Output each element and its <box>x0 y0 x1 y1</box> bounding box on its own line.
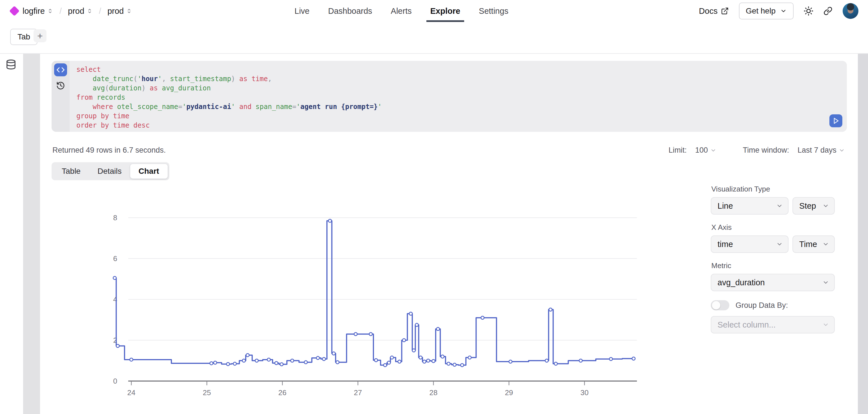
docs-label: Docs <box>699 6 717 16</box>
query-history-button[interactable] <box>56 81 65 90</box>
history-icon <box>56 81 65 90</box>
chevron-down-icon <box>776 241 783 248</box>
visualization-panel: Visualization Type Line Step X Axis time… <box>711 185 835 333</box>
right-scroll-gutter[interactable] <box>858 54 868 414</box>
tab-details[interactable]: Details <box>89 164 130 179</box>
line-mode-dropdown[interactable]: Step <box>793 197 835 215</box>
limit-value: 100 <box>695 146 708 155</box>
user-avatar[interactable] <box>843 3 859 19</box>
group-data-by-label: Group Data By: <box>736 301 788 310</box>
chevron-down-icon <box>823 279 829 286</box>
format-query-button[interactable] <box>54 63 67 76</box>
series-line <box>115 221 633 365</box>
sun-icon <box>804 6 813 16</box>
logfire-explore-page: logfire / prod / prod Live Dashboards Al… <box>0 0 868 414</box>
unfold-icon <box>47 8 53 14</box>
chevron-down-icon <box>823 202 829 209</box>
get-help-label: Get help <box>746 6 776 15</box>
logfire-logo-icon <box>9 6 20 16</box>
svg-text:29: 29 <box>505 388 513 397</box>
svg-text:8: 8 <box>113 214 117 222</box>
svg-text:26: 26 <box>278 388 287 397</box>
limit-dropdown[interactable]: 100 <box>695 146 716 155</box>
chevron-down-icon <box>823 321 829 328</box>
nav-item-dashboards[interactable]: Dashboards <box>328 0 372 22</box>
share-link-button[interactable] <box>824 6 833 15</box>
group-data-by-toggle[interactable] <box>711 300 730 310</box>
add-tab-button[interactable]: + <box>34 29 46 42</box>
metric-label: Metric <box>711 261 835 270</box>
group-by-column-dropdown[interactable]: Select column... <box>711 316 835 333</box>
svg-text:0: 0 <box>113 377 117 385</box>
time-window-value: Last 7 days <box>798 146 836 155</box>
breadcrumb: logfire / prod / prod <box>11 0 132 22</box>
chevron-down-icon <box>823 241 829 248</box>
environment-name: prod <box>107 6 124 16</box>
database-icon <box>6 59 17 70</box>
metric-value: avg_duration <box>717 278 765 287</box>
x-axis-column-value: time <box>717 240 733 249</box>
svg-text:27: 27 <box>354 388 362 397</box>
tab-table[interactable]: Table <box>53 164 89 179</box>
svg-text:30: 30 <box>581 388 589 397</box>
avg-duration-step-chart[interactable]: 0246824252627282930 <box>104 209 648 406</box>
breadcrumb-separator: / <box>59 6 62 16</box>
docs-link[interactable]: Docs <box>699 6 729 16</box>
sidebar-gutter[interactable] <box>23 54 40 414</box>
query-result-status: Returned 49 rows in 6.7 seconds. <box>53 146 166 155</box>
play-icon <box>832 117 840 125</box>
x-axis-type-value: Time <box>799 240 817 249</box>
chevron-down-icon <box>839 147 845 154</box>
group-by-column-placeholder: Select column... <box>717 320 776 329</box>
get-help-button[interactable]: Get help <box>739 3 794 20</box>
x-axis-label: X Axis <box>711 223 835 232</box>
external-link-icon <box>721 7 729 15</box>
unfold-icon <box>126 8 132 14</box>
svg-text:28: 28 <box>430 388 438 397</box>
breadcrumb-separator: / <box>99 6 101 16</box>
time-window-dropdown[interactable]: Last 7 days <box>798 146 845 155</box>
line-mode-value: Step <box>799 201 816 211</box>
time-window-label: Time window: <box>743 146 789 155</box>
top-nav-bar: logfire / prod / prod Live Dashboards Al… <box>0 0 868 23</box>
code-icon <box>56 66 65 74</box>
query-controls: Limit: 100 Time window: Last 7 days <box>669 146 845 155</box>
org-name: logfire <box>23 6 45 16</box>
data-point-markers <box>113 219 635 367</box>
header-actions: Docs Get help <box>699 0 859 22</box>
x-axis-ticks: 24252627282930 <box>127 382 589 397</box>
result-view-tabs: Table Details Chart <box>52 162 169 180</box>
explore-tab-strip: Tab + <box>0 22 868 54</box>
gridlines <box>128 218 637 340</box>
environment-selector[interactable]: prod <box>107 6 132 16</box>
tab-chart[interactable]: Chart <box>130 164 168 179</box>
x-axis-column-dropdown[interactable]: time <box>711 235 788 253</box>
svg-text:25: 25 <box>203 388 211 397</box>
org-selector[interactable]: logfire <box>23 6 53 16</box>
unfold-icon <box>87 8 93 14</box>
schema-sidebar-button[interactable] <box>6 59 17 70</box>
project-selector[interactable]: prod <box>68 6 93 16</box>
theme-toggle-button[interactable] <box>804 6 813 16</box>
nav-item-alerts[interactable]: Alerts <box>391 0 412 22</box>
sql-query-text[interactable]: select date_trunc('hour', start_timestam… <box>76 65 822 130</box>
sql-editor: select date_trunc('hour', start_timestam… <box>52 61 847 132</box>
project-name: prod <box>68 6 84 16</box>
run-query-button[interactable] <box>829 114 842 127</box>
limit-label: Limit: <box>669 146 687 155</box>
viz-type-dropdown[interactable]: Line <box>711 197 788 215</box>
metric-dropdown[interactable]: avg_duration <box>711 274 835 291</box>
code-line: group by time <box>76 112 822 121</box>
code-line: select <box>76 65 822 74</box>
chevron-down-icon <box>776 202 783 209</box>
svg-text:6: 6 <box>113 254 117 263</box>
code-line: where otel_scope_name='pydantic-ai' and … <box>76 102 822 112</box>
nav-item-live[interactable]: Live <box>294 0 309 22</box>
code-line: avg(duration) as avg_duration <box>76 84 822 93</box>
x-axis-type-dropdown[interactable]: Time <box>793 235 835 253</box>
nav-item-settings[interactable]: Settings <box>479 0 508 22</box>
link-icon <box>824 6 833 15</box>
viz-type-value: Line <box>717 201 733 211</box>
toggle-knob <box>712 301 720 310</box>
nav-item-explore[interactable]: Explore <box>430 0 460 22</box>
